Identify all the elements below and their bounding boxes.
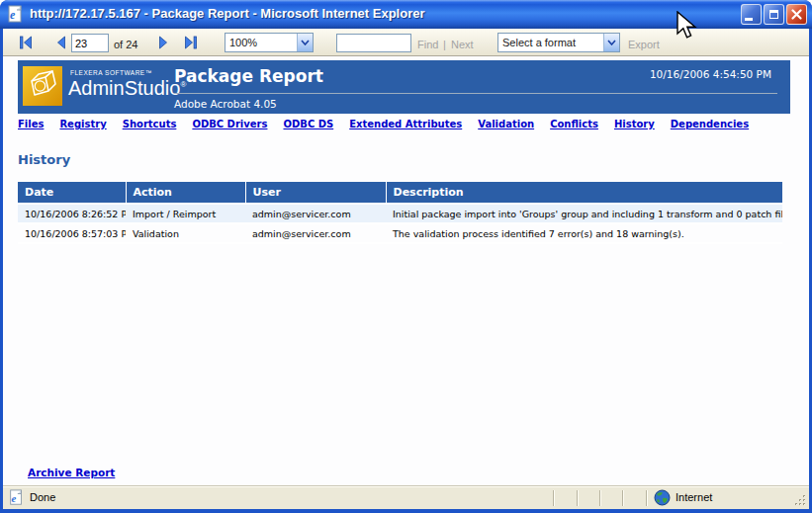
package-name: Adobe Acrobat 4.05 <box>174 98 277 110</box>
zoom-dropdown-arrow[interactable] <box>297 34 313 51</box>
brand-adminstudio-label: AdminStudio® <box>68 77 186 100</box>
report-toolbar: of 24 100% Find | Next Select a format <box>3 29 809 56</box>
statusbar-divider <box>553 490 555 506</box>
titlebar[interactable]: e http://172.17.5.167 - Package Report -… <box>0 0 812 29</box>
brand-flexera-label: FLEXERA SOFTWARE™ <box>70 69 152 76</box>
export-format-select[interactable]: Select a format <box>497 33 620 52</box>
nav-link-extended-attributes[interactable]: Extended Attributes <box>349 119 462 129</box>
report-page: FLEXERA SOFTWARE™ AdminStudio® Package R… <box>3 56 809 485</box>
format-dropdown-arrow[interactable] <box>603 34 619 51</box>
column-header-description: Description <box>386 182 782 204</box>
statusbar-divider <box>646 490 648 506</box>
window-title: http://172.17.5.167 - Package Report - M… <box>30 6 425 21</box>
maximize-button[interactable] <box>764 4 784 25</box>
cell-action: Import / Reimport <box>126 204 245 223</box>
cell-action: Validation <box>126 223 245 243</box>
statusbar-divider <box>577 490 579 506</box>
nav-link-odbc-drivers[interactable]: ODBC Drivers <box>192 119 267 129</box>
find-button[interactable]: Find <box>417 36 438 53</box>
statusbar-divider <box>622 490 624 506</box>
table-row: 10/16/2006 8:57:03 PM Validation admin@s… <box>18 223 782 243</box>
resize-grip[interactable] <box>792 492 807 507</box>
nav-link-files[interactable]: Files <box>18 119 44 129</box>
nav-link-validation[interactable]: Validation <box>478 119 534 129</box>
page-number-input[interactable] <box>71 34 109 52</box>
header-divider <box>174 93 777 94</box>
next-page-button[interactable] <box>153 34 173 51</box>
zoom-value: 100% <box>229 37 257 48</box>
adminstudio-logo-icon <box>23 66 62 106</box>
first-page-icon <box>19 36 33 49</box>
history-heading: History <box>18 152 70 167</box>
cell-user: admin@servicer.com <box>245 223 386 243</box>
security-zone-label: Internet <box>676 491 712 503</box>
section-nav: Files Registry Shortcuts ODBC Drivers OD… <box>18 119 749 129</box>
last-page-button[interactable] <box>181 34 201 51</box>
find-next-button[interactable]: Next <box>451 36 474 53</box>
maximize-icon <box>769 10 778 19</box>
status-message: Done <box>30 491 55 503</box>
table-header-row: Date Action User Description <box>18 182 782 204</box>
nav-link-conflicts[interactable]: Conflicts <box>550 119 598 129</box>
statusbar-divider <box>599 490 601 506</box>
previous-page-button[interactable] <box>51 34 71 51</box>
archive-report-link[interactable]: Archive Report <box>28 467 115 478</box>
cell-user: admin@servicer.com <box>245 204 386 223</box>
last-page-icon <box>184 36 198 49</box>
close-icon <box>791 9 802 20</box>
chevron-down-icon <box>607 40 616 45</box>
minimize-button[interactable] <box>741 4 762 25</box>
nav-link-odbc-ds[interactable]: ODBC DS <box>283 119 333 129</box>
page-title: Package Report <box>174 66 323 86</box>
export-button[interactable]: Export <box>628 36 660 53</box>
report-timestamp: 10/16/2006 4:54:50 PM <box>650 68 771 80</box>
previous-page-icon <box>54 36 68 49</box>
table-row: 10/16/2006 8:26:52 PM Import / Reimport … <box>18 204 782 223</box>
nav-link-shortcuts[interactable]: Shortcuts <box>123 119 177 129</box>
nav-link-registry[interactable]: Registry <box>59 119 106 129</box>
first-page-button[interactable] <box>16 34 36 51</box>
report-header-band: FLEXERA SOFTWARE™ AdminStudio® Package R… <box>18 60 790 114</box>
column-header-date: Date <box>18 182 126 204</box>
cell-date: 10/16/2006 8:26:52 PM <box>18 204 126 223</box>
cell-description: The validation process identified 7 erro… <box>386 223 782 243</box>
find-next-separator: | <box>443 36 446 53</box>
ie-page-icon: e <box>8 489 25 506</box>
cell-date: 10/16/2006 8:57:03 PM <box>18 223 126 243</box>
cell-description: Initial package import into 'Groups' gro… <box>386 204 782 223</box>
ie-page-icon: e <box>6 5 25 24</box>
svg-text:e: e <box>10 8 16 22</box>
column-header-action: Action <box>126 182 245 204</box>
nav-link-history[interactable]: History <box>614 119 655 129</box>
export-format-value: Select a format <box>502 37 576 48</box>
nav-link-dependencies[interactable]: Dependencies <box>671 119 749 129</box>
next-page-icon <box>156 36 170 49</box>
browser-window: e http://172.17.5.167 - Package Report -… <box>0 0 812 513</box>
svg-text:e: e <box>12 492 17 504</box>
find-input[interactable] <box>336 34 411 52</box>
internet-zone-globe-icon <box>654 489 671 506</box>
statusbar: e Done Internet <box>3 485 809 509</box>
zoom-select[interactable]: 100% <box>225 33 314 52</box>
history-table: Date Action User Description 10/16/2006 … <box>18 182 782 244</box>
page-count-label: of 24 <box>114 36 137 53</box>
minimize-icon <box>745 18 753 21</box>
close-button[interactable] <box>786 4 807 25</box>
column-header-user: User <box>245 182 386 204</box>
window-controls <box>741 4 807 25</box>
chevron-down-icon <box>301 40 310 45</box>
